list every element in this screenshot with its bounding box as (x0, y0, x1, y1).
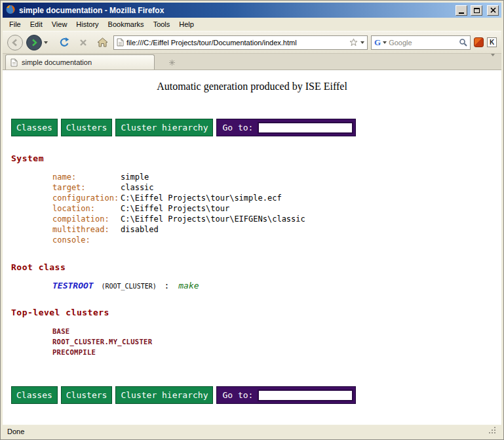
menu-bar: File Edit View History Bookmarks Tools H… (3, 18, 501, 31)
search-magnifier-icon[interactable] (459, 38, 467, 47)
property-row: location:C:\Eiffel Projects\tour (52, 203, 501, 214)
menu-help[interactable]: Help (174, 18, 199, 30)
list-all-tabs-icon (491, 54, 495, 68)
minimize-icon (459, 12, 464, 14)
maximize-icon (474, 8, 480, 13)
window-title: simple documentation - Mozilla Firefox (19, 6, 452, 15)
tab-strip: simple documentation (3, 54, 501, 70)
search-box: G (371, 35, 471, 50)
search-engine-dropdown[interactable] (383, 41, 387, 44)
navigation-toolbar: G K (3, 31, 501, 54)
system-properties: name:simple target:classic configuration… (52, 172, 501, 245)
menu-tools[interactable]: Tools (149, 18, 175, 30)
property-row: console: (52, 235, 501, 245)
property-value: C:\Eiffel Projects\tour (121, 204, 229, 213)
classes-button[interactable]: Classes (11, 119, 58, 136)
property-label: location: (52, 203, 121, 214)
clusters-button[interactable]: Clusters (61, 119, 113, 136)
property-row: configuration:C:\Eiffel Projects\tour\si… (52, 193, 501, 203)
extension-k-icon[interactable]: K (487, 37, 497, 47)
firefox-icon (5, 4, 16, 17)
reload-button[interactable] (56, 34, 72, 51)
cluster-link-my-cluster[interactable]: ROOT_CLUSTER.MY_CLUSTER (52, 336, 501, 347)
page-icon (117, 38, 124, 47)
top-clusters-heading: Top-level clusters (11, 308, 501, 317)
system-heading: System (11, 153, 501, 163)
classes-button[interactable]: Classes (11, 386, 58, 404)
back-button[interactable] (7, 35, 23, 50)
property-row: name:simple (52, 172, 501, 182)
minimize-button[interactable] (456, 5, 467, 16)
property-label: console: (52, 235, 121, 245)
status-bar: Done (3, 424, 501, 437)
url-input[interactable] (126, 39, 347, 47)
property-value: simple (121, 172, 149, 182)
url-history-dropdown[interactable] (360, 41, 364, 44)
top-clusters-list: BASE ROOT_CLUSTER.MY_CLUSTER PRECOMPILE (52, 326, 501, 357)
forward-arrow-icon (30, 39, 38, 47)
property-label: name: (52, 172, 121, 182)
property-value: C:\Eiffel Projects\tour\EIFGENs\classic (121, 214, 305, 224)
goto-label: Go to: (222, 123, 253, 132)
goto-box: Go to: (216, 119, 356, 136)
home-button[interactable] (94, 34, 110, 51)
clusters-button[interactable]: Clusters (61, 386, 113, 404)
home-icon (97, 37, 108, 47)
tab-page-icon (10, 58, 18, 67)
resize-grip[interactable] (488, 426, 497, 436)
goto-box: Go to: (216, 386, 356, 404)
close-icon (490, 7, 496, 13)
cluster-hierarchy-button[interactable]: Cluster hierarchy (115, 119, 213, 136)
stop-icon (79, 39, 87, 47)
forward-button[interactable] (26, 35, 42, 50)
property-label: configuration: (52, 193, 121, 203)
doc-nav-bottom: Classes Clusters Cluster hierarchy Go to… (11, 386, 501, 404)
root-class-link[interactable]: TESTROOT (52, 281, 94, 290)
property-row: multithread:disabled (52, 224, 501, 235)
tab-label: simple documentation (22, 58, 92, 66)
close-button[interactable] (487, 5, 499, 16)
menu-history[interactable]: History (71, 18, 103, 30)
cluster-link-precompile[interactable]: PRECOMPILE (52, 347, 501, 357)
stop-button[interactable] (75, 34, 91, 51)
root-separator: : (165, 281, 170, 290)
extension-red-icon[interactable] (474, 37, 484, 47)
recent-pages-dropdown[interactable] (44, 41, 48, 44)
property-value: C:\Eiffel Projects\tour\simple.ecf (121, 193, 282, 203)
property-value: classic (121, 183, 154, 192)
status-text: Done (7, 428, 24, 435)
bookmark-star-icon[interactable] (349, 38, 358, 47)
root-cluster-ref: (ROOT_CLUSTER) (101, 283, 156, 290)
google-logo-icon: G (374, 38, 381, 47)
address-bar (113, 35, 368, 50)
menu-bookmarks[interactable]: Bookmarks (104, 18, 149, 30)
creation-feature-link[interactable]: make (178, 281, 199, 290)
goto-input[interactable] (258, 390, 353, 401)
new-tab-icon[interactable] (169, 56, 175, 68)
title-bar: simple documentation - Mozilla Firefox (3, 3, 501, 18)
page-content: Automatic generation produced by ISE Eif… (3, 70, 501, 424)
back-arrow-icon (11, 39, 19, 47)
property-label: compilation: (52, 214, 121, 224)
cluster-hierarchy-button[interactable]: Cluster hierarchy (115, 386, 213, 404)
goto-input[interactable] (258, 122, 353, 134)
tab-simple-documentation[interactable]: simple documentation (5, 54, 155, 70)
property-row: target:classic (52, 182, 501, 193)
goto-label: Go to: (222, 390, 253, 400)
root-class-line: TESTROOT (ROOT_CLUSTER) : make (52, 281, 501, 290)
menu-view[interactable]: View (47, 18, 72, 30)
property-label: target: (52, 182, 121, 193)
menu-edit[interactable]: Edit (26, 18, 47, 30)
list-all-tabs-button[interactable] (487, 54, 499, 71)
menu-file[interactable]: File (5, 18, 26, 30)
reload-icon (59, 37, 70, 48)
page-title: Automatic generation produced by ISE Eif… (3, 81, 501, 92)
property-label: multithread: (52, 224, 121, 235)
search-input[interactable] (389, 39, 457, 47)
root-class-heading: Root class (11, 262, 501, 272)
property-value: disabled (121, 225, 159, 234)
cluster-link-base[interactable]: BASE (52, 326, 501, 336)
doc-nav-top: Classes Clusters Cluster hierarchy Go to… (11, 119, 501, 136)
browser-window: simple documentation - Mozilla Firefox F… (0, 0, 504, 440)
maximize-button[interactable] (471, 5, 482, 16)
